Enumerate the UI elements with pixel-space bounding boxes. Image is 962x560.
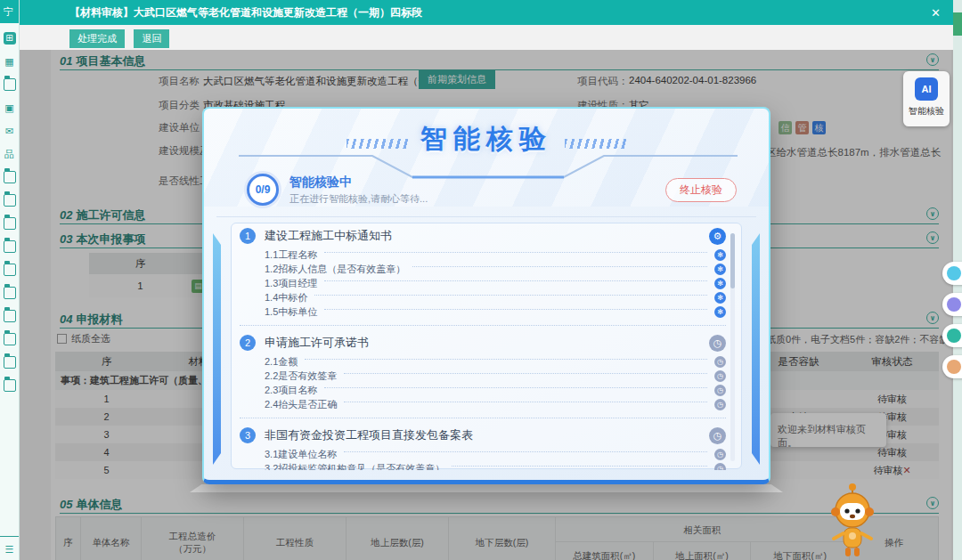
verify-group: 2 申请施工许可承诺书 ◷ 2.1金额◷ 2.2是否有效签章◷ 2.3项目名称◷… [240,331,726,418]
return-button[interactable]: 退回 [134,29,169,48]
sidebar: 宁 ⊞ ▦ ▣ ✉ 品 ☰ [0,0,20,560]
group-title: 申请施工许可承诺书 [265,335,369,351]
mascot-robot-image [825,482,880,560]
ai-verify-label: 智能核验 [903,105,950,118]
quick-tool-pill[interactable] [942,324,962,347]
group-number-badge: 2 [240,335,256,351]
scrollbar-thumb[interactable] [730,233,735,288]
group-number-badge: 1 [240,228,256,244]
verify-group: 1 建设工程施工中标通知书 ⚙ 1.1工程名称✻ 1.2招标人信息（是否有效盖章… [240,224,726,326]
frame-bracket-left [213,233,221,465]
ai-verify-widget[interactable]: AI 智能核验 [903,71,950,126]
folder-icon[interactable] [4,333,16,345]
clock-icon: ◷ [714,449,726,460]
tool-dot-purple [947,297,961,312]
spinner-icon: ✻ [714,249,726,261]
window-titlebar: 【材料审核】大武口区燃气等老化管道和设施更新改造工程（一期）四标段 ✕ [20,0,953,25]
tool-dot-orange [947,360,961,374]
verify-item: 1.3项目经理✻ [240,276,726,290]
calendar-icon[interactable]: ▦ [4,55,16,68]
modal-scrollbar[interactable] [730,233,735,461]
hatch-decor-right [565,139,629,149]
hatch-decor-left [346,139,411,149]
list-icon[interactable]: ☰ [4,543,16,556]
verify-checklist: 1 建设工程施工中标通知书 ⚙ 1.1工程名称✻ 1.2招标人信息（是否有效盖章… [240,224,726,470]
ai-icon: AI [915,77,938,101]
folder-icon[interactable] [4,240,16,253]
group-title: 非国有资金投资工程项目直接发包备案表 [265,427,473,443]
window-title: 【材料审核】大武口区燃气等老化管道和设施更新改造工程（一期）四标段 [69,5,422,20]
verify-item: 2.4抬头是否正确◷ [240,397,726,411]
org-tree-icon[interactable]: 品 [4,148,16,160]
backdrop-green-chip [953,12,962,36]
clock-icon: ◷ [714,385,726,396]
quick-tool-pill[interactable] [942,355,962,378]
running-gear-icon: ⚙ [709,228,726,245]
assistant-mascot[interactable] [825,482,880,560]
verify-item: 3.2招投标监管机构意见（是否有效盖章）◷ [240,461,726,470]
card-icon[interactable]: ▣ [4,101,16,114]
verify-item: 1.5中标单位✻ [240,304,726,319]
tool-dot-teal [947,329,961,343]
mail-icon[interactable]: ✉ [4,125,16,137]
clock-icon: ◷ [714,370,726,382]
pending-clock-icon: ◷ [709,335,726,352]
folder-icon[interactable] [4,78,16,91]
folder-icon[interactable] [4,171,16,183]
app-logo: 宁 [0,0,19,23]
verify-item: 2.1金额◷ [240,354,726,369]
folder-icon[interactable] [4,264,16,276]
quick-tool-pill[interactable] [942,293,962,316]
folder-icon[interactable] [4,194,16,207]
grid-icon[interactable]: ⊞ [4,32,16,45]
verify-item: 2.3项目名称◷ [240,383,726,397]
verify-item: 3.1建设单位名称◷ [240,447,726,461]
verify-progress-badge: 0/9 [247,174,279,206]
clock-icon: ◷ [714,463,726,471]
verify-item: 2.2是否有效签章◷ [240,369,726,383]
verify-status-subtitle: 正在进行智能核验,请耐心等待... [289,192,428,206]
quick-tool-pill[interactable] [942,262,962,285]
spinner-icon: ✻ [714,292,726,304]
folder-icon[interactable] [4,217,16,230]
group-separator [240,325,726,326]
group-title: 建设工程施工中标通知书 [265,228,392,244]
spinner-icon: ✻ [714,278,726,289]
frame-bracket-right [752,233,760,465]
screen: 宁 ⊞ ▦ ▣ ✉ 品 ☰ 【材料审核】大武口区燃气等老化管道和设施更新改造工程… [0,0,962,560]
smart-verify-modal: 智能核验 0/9 智能核验中 正在进行智能核验,请耐心等待... 终止核验 1 … [202,107,770,484]
tool-dot-cyan [947,266,961,280]
clock-icon: ◷ [714,356,726,368]
verify-item: 1.2招标人信息（是否有效盖章）✻ [240,262,726,276]
spinner-icon: ✻ [714,306,726,318]
stop-verify-button[interactable]: 终止核验 [665,178,737,202]
folder-icon[interactable] [4,310,16,322]
group-number-badge: 3 [240,427,256,443]
process-done-button[interactable]: 处理完成 [69,29,125,48]
verify-group: 3 非国有资金投资工程项目直接发包备案表 ◷ 3.1建设单位名称◷ 3.2招投标… [240,424,726,470]
folder-icon[interactable] [4,356,16,369]
verify-item: 1.4中标价✻ [240,290,726,304]
action-toolbar: 处理完成 退回 [20,25,953,48]
spinner-icon: ✻ [714,264,726,275]
close-icon[interactable]: ✕ [931,6,941,20]
modal-title: 智能核验 [204,121,769,158]
folder-icon[interactable] [4,287,16,299]
folder-icon[interactable] [4,379,16,392]
clock-icon: ◷ [714,399,726,410]
pending-clock-icon: ◷ [709,427,726,444]
verify-status-title: 智能核验中 [289,174,352,191]
group-separator [240,418,726,418]
modal-divider [216,216,756,217]
verify-item: 1.1工程名称✻ [240,248,726,262]
modal-base-shadow [190,484,783,492]
